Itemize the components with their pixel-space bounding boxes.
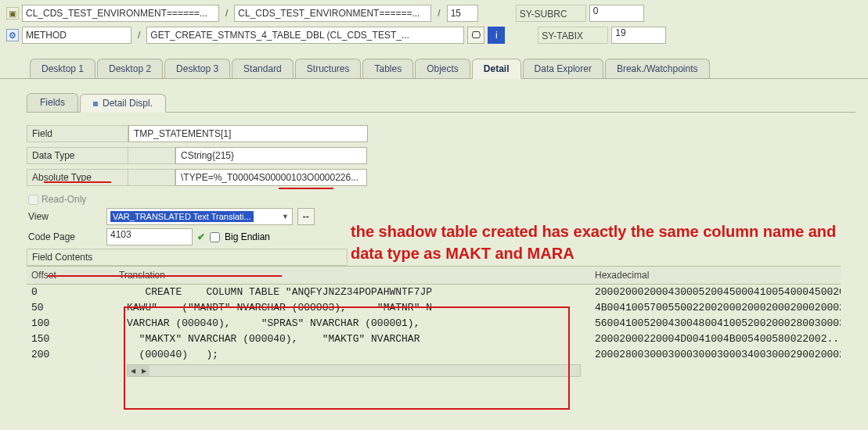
translation-cell: KAWU" ("MANDT" NVARCHAR (000003), "MATNR… <box>114 300 590 316</box>
table-row: 200 (000040) ); 200028003000300030003000… <box>27 347 841 363</box>
chevron-down-icon: ▼ <box>282 213 289 220</box>
hex-cell: 4B00410057005500220020002000200020002000… <box>590 300 841 316</box>
subtab-fields[interactable]: Fields <box>27 93 78 112</box>
bigendian-checkbox[interactable] <box>210 232 220 242</box>
subtab-detail-label: Detail Displ. <box>103 98 153 109</box>
breadcrumb-seg2[interactable]: CL_CDS_TEST_ENVIRONMENT======... <box>234 5 431 22</box>
table-row: 0 CREATE COLUMN TABLE "ANQFYJN2Z34POPAHW… <box>27 285 841 300</box>
bigendian-label: Big Endian <box>225 231 270 242</box>
tab-desktop-3[interactable]: Desktop 3 <box>164 59 230 78</box>
table-row: 50 KAWU" ("MANDT" NVARCHAR (000003), "MA… <box>27 300 841 316</box>
readonly-checkbox <box>28 195 38 205</box>
codepage-label: Code Page <box>27 231 102 242</box>
table-row: 100 VARCHAR (000040), "SPRAS" NVARCHAR (… <box>27 316 841 331</box>
sy-subrc-label: SY-SUBRC <box>516 5 586 22</box>
tab-standard[interactable]: Standard <box>232 59 294 78</box>
display-icon[interactable]: 🖵 <box>467 27 484 44</box>
sub-tabs: Fields Detail Displ. <box>27 93 855 113</box>
tab-desktop-1[interactable]: Desktop 1 <box>30 59 95 78</box>
datatype-spacer <box>128 147 175 164</box>
method-seg2[interactable]: GET_CREATE_STMNTS_4_TABLE_DBL (CL_CDS_TE… <box>146 27 464 44</box>
readonly-row: Read-Only <box>27 191 855 208</box>
sy-subrc-value[interactable]: 0 <box>589 5 644 22</box>
abstype-label: Absolute Type <box>27 169 128 186</box>
hex-cell: 5600410052004300480041005200200028003000… <box>590 316 841 331</box>
tab-tables[interactable]: Tables <box>362 59 413 78</box>
tab-structures[interactable]: Structures <box>295 59 362 78</box>
main-tabs: Desktop 1 Desktop 2 Desktop 3 Standard S… <box>0 53 868 79</box>
breadcrumb-seg1[interactable]: CL_CDS_TEST_ENVIRONMENT======... <box>22 5 219 22</box>
check-icon: ✔ <box>197 231 205 242</box>
hex-cell: 2000200020004300052004500041005400045002… <box>590 285 841 300</box>
annotation-underline <box>279 188 333 189</box>
field-value[interactable]: TMP_STATEMENTS[1] <box>128 125 368 142</box>
method-seg1[interactable]: METHOD <box>22 27 131 44</box>
active-dot-icon <box>93 102 98 106</box>
offset-cell: 50 <box>27 300 114 316</box>
breadcrumb-seg3[interactable]: 15 <box>447 5 478 22</box>
expand-icon[interactable]: ↔ <box>297 208 315 225</box>
tab-data-explorer[interactable]: Data Explorer <box>523 59 603 78</box>
breadcrumb-row-2: ⚙ METHOD / GET_CREATE_STMNTS_4_TABLE_DBL… <box>6 27 862 44</box>
abstype-value[interactable]: \TYPE=%_T00004S00000103O0000226... <box>175 169 367 186</box>
view-dropdown[interactable]: VAR_TRANSLATED Text Translati... ▼ <box>106 208 293 225</box>
view-label: View <box>27 211 102 222</box>
scroll-right-icon[interactable]: ▶ <box>139 365 149 376</box>
datatype-value[interactable]: CString{215} <box>175 147 367 164</box>
sep-icon: / <box>135 30 143 41</box>
method-icon[interactable]: ⚙ <box>6 29 19 41</box>
annotation-text: the shadow table created has exactly the… <box>351 220 852 264</box>
hex-cell: 20002000220004D0041004B005400580022002..… <box>590 331 841 347</box>
horizontal-scrollbar[interactable]: ◀ ▶ <box>127 364 581 377</box>
sep-icon: / <box>222 8 231 19</box>
fieldcontents-header: Field Contents <box>27 249 348 266</box>
table-body: 0 CREATE COLUMN TABLE "ANQFYJN2Z34POPAHW… <box>27 285 841 363</box>
offset-cell: 150 <box>27 331 114 347</box>
tab-break-watchpoints[interactable]: Break./Watchpoints <box>605 59 710 78</box>
codepage-value[interactable]: 4103 <box>106 228 193 245</box>
field-label: Field <box>27 125 128 142</box>
col-hexadecimal[interactable]: Hexadecimal <box>590 267 841 284</box>
sy-tabix-value[interactable]: 19 <box>611 27 666 44</box>
datatype-label: Data Type <box>27 147 128 164</box>
stack-icon[interactable]: ▣ <box>6 7 19 20</box>
translation-cell: VARCHAR (000040), "SPRAS" NVARCHAR (0000… <box>114 316 590 331</box>
sy-tabix-label: SY-TABIX <box>538 27 608 44</box>
translation-cell: CREATE COLUMN TABLE "ANQFYJN2Z34POPAHWNT… <box>114 285 590 300</box>
readonly-label: Read-Only <box>41 194 86 205</box>
annotation-underline <box>44 181 111 183</box>
translation-cell: "MAKTX" NVARCHAR (000040), "MAKTG" NVARC… <box>114 331 590 347</box>
hex-cell: 2000280030003000300030003400300029002000… <box>590 347 841 363</box>
abstype-spacer <box>128 169 175 186</box>
view-dropdown-value: VAR_TRANSLATED Text Translati... <box>110 211 254 222</box>
tab-objects[interactable]: Objects <box>415 59 470 78</box>
tab-detail[interactable]: Detail <box>472 59 521 79</box>
offset-cell: 100 <box>27 316 114 331</box>
offset-cell: 0 <box>27 285 114 300</box>
table-row: 150 "MAKTX" NVARCHAR (000040), "MAKTG" N… <box>27 331 841 347</box>
info-icon[interactable]: i <box>488 27 505 44</box>
sep-icon: / <box>434 8 443 19</box>
subtab-detail-displ[interactable]: Detail Displ. <box>80 94 166 113</box>
scroll-left-icon[interactable]: ◀ <box>128 365 139 376</box>
translation-cell: (000040) ); <box>114 347 590 363</box>
breadcrumb-row-1: ▣ CL_CDS_TEST_ENVIRONMENT======... / CL_… <box>6 5 862 22</box>
tab-desktop-2[interactable]: Desktop 2 <box>97 59 163 78</box>
offset-cell: 200 <box>27 347 114 363</box>
annotation-underline <box>47 275 282 277</box>
